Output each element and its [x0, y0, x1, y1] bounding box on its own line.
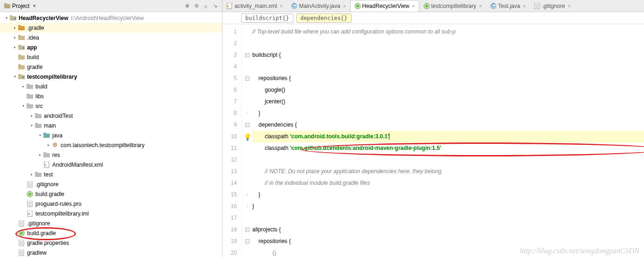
fold-icon[interactable]: −	[245, 123, 249, 127]
tree-item[interactable]: ▸build	[0, 81, 222, 91]
tree-item[interactable]: .gitignore	[0, 179, 222, 189]
expand-arrow[interactable]: ▸	[12, 45, 18, 50]
tree-item[interactable]: gradle	[0, 62, 222, 72]
expand-arrow[interactable]	[12, 240, 18, 246]
expand-arrow[interactable]: ▸	[21, 84, 26, 89]
expand-arrow[interactable]	[12, 64, 18, 70]
tree-item[interactable]: ▸com.laisontech.testcompiltelibrary	[0, 140, 222, 150]
expand-arrow[interactable]	[21, 211, 26, 216]
editor-tab[interactable]: CMainActivity.java×	[287, 0, 350, 12]
tree-item[interactable]: build.gradle	[0, 228, 222, 238]
tree-item[interactable]: AndroidManifest.xml	[0, 160, 222, 169]
code-line[interactable]: buildscript {	[252, 49, 644, 61]
code-line[interactable]: classpath 'com.github.dcendents:android-…	[252, 142, 644, 154]
tree-item[interactable]: ▸app	[0, 42, 222, 52]
expand-arrow[interactable]	[12, 221, 18, 226]
editor-tab[interactable]: activity_main.xml×	[222, 0, 287, 12]
tree-item[interactable]: build	[0, 52, 222, 62]
code-line[interactable]: }	[252, 108, 644, 119]
code-line[interactable]: // in the individual module build.gradle…	[252, 177, 644, 189]
expand-arrow[interactable]: ▾	[21, 103, 26, 109]
expand-arrow[interactable]	[12, 250, 18, 256]
expand-arrow[interactable]: ▸	[29, 113, 35, 119]
dropdown-icon[interactable]: ▼	[32, 4, 36, 8]
project-tree[interactable]: ▾HeadRecyclerViewI:\Android\HeadRecycler…	[0, 12, 222, 257]
tree-item[interactable]: ▸androidTest	[0, 111, 222, 121]
close-icon[interactable]: ×	[479, 4, 482, 9]
editor-tab[interactable]: HeadRecyclerView×	[350, 0, 419, 12]
gear-icon[interactable]: ☼	[202, 3, 209, 9]
tree-item[interactable]: build.gradle	[0, 189, 222, 199]
fold-icon[interactable]: −	[245, 76, 249, 81]
code-line[interactable]: classpath 'com.android.tools.build:gradl…	[252, 131, 644, 142]
code-line[interactable]: google()	[252, 84, 644, 96]
tree-item[interactable]: .gitignore	[0, 218, 222, 228]
expand-arrow[interactable]	[12, 54, 18, 60]
code-line[interactable]: dependencies {	[252, 119, 644, 131]
code-line[interactable]: // NOTE: Do not place your application d…	[252, 166, 644, 177]
code-line[interactable]	[252, 61, 644, 73]
expand-arrow[interactable]	[21, 182, 26, 187]
expand-arrow[interactable]: ▸	[37, 152, 43, 158]
expand-arrow[interactable]	[21, 94, 26, 99]
expand-arrow[interactable]: ▾	[12, 74, 18, 80]
tree-item[interactable]: ▸res	[0, 150, 222, 160]
code-line[interactable]: }	[252, 201, 644, 212]
locate-icon[interactable]: ⊖	[193, 3, 200, 9]
fold-icon[interactable]: −	[245, 53, 249, 57]
expand-arrow[interactable]: ▸	[12, 25, 18, 31]
editor-tab[interactable]: CTest.java×	[486, 0, 530, 12]
collapse-icon[interactable]: ⊕	[184, 3, 190, 9]
folder-gray-icon	[26, 83, 34, 90]
code-line[interactable]	[252, 38, 644, 49]
code-line[interactable]: }	[252, 189, 644, 201]
expand-arrow[interactable]: ▾	[37, 133, 43, 138]
expand-arrow[interactable]	[21, 201, 26, 207]
expand-arrow[interactable]	[21, 191, 26, 197]
tree-item[interactable]: ▸.gradle	[0, 23, 222, 33]
close-icon[interactable]: ×	[568, 4, 571, 9]
code[interactable]: // Top-level build file where you can ad…	[252, 24, 644, 257]
tree-item[interactable]: ▾src	[0, 101, 222, 111]
expand-arrow[interactable]: ▸	[12, 35, 18, 41]
hide-icon[interactable]: ↘	[212, 3, 218, 9]
expand-arrow[interactable]: ▸	[46, 142, 51, 148]
expand-arrow[interactable]	[12, 230, 18, 236]
tree-item[interactable]: proguard-rules.pro	[0, 199, 222, 209]
tree-item[interactable]: gradlew	[0, 248, 222, 257]
code-line[interactable]: jcenter()	[252, 96, 644, 108]
close-icon[interactable]: ×	[280, 4, 283, 9]
tree-item[interactable]: ▸.idea	[0, 33, 222, 42]
fold-icon[interactable]: −	[245, 228, 249, 232]
line-number: 9	[222, 119, 242, 131]
close-icon[interactable]: ×	[343, 4, 346, 9]
expand-arrow[interactable]: ▸	[29, 172, 35, 177]
tree-item[interactable]: ▾main	[0, 121, 222, 130]
tree-item[interactable]: gradle.properties	[0, 238, 222, 248]
code-line[interactable]	[252, 154, 644, 166]
code-line[interactable]: repositories {	[252, 236, 644, 247]
panel-title[interactable]: Project	[12, 3, 29, 9]
breadcrumb-item[interactable]: dependencies{}	[296, 14, 352, 23]
close-icon[interactable]: ×	[412, 4, 415, 9]
expand-arrow[interactable]: ▾	[4, 15, 9, 21]
tree-item[interactable]: ▾testcompiltelibrary	[0, 72, 222, 81]
code-line[interactable]: // Top-level build file where you can ad…	[252, 26, 644, 38]
breadcrumb-item[interactable]: buildscript{}	[241, 14, 293, 23]
close-icon[interactable]: ×	[523, 4, 526, 9]
editor-tab[interactable]: .gitignore×	[530, 0, 575, 12]
tree-item[interactable]: libs	[0, 91, 222, 101]
expand-arrow[interactable]	[37, 162, 43, 168]
bulb-icon[interactable]: 💡	[243, 133, 251, 141]
code-line[interactable]: repositories {	[252, 73, 644, 84]
tree-item[interactable]: ▾HeadRecyclerViewI:\Android\HeadRecycler…	[0, 13, 222, 23]
tree-item[interactable]: testcompiltelibrary.iml	[0, 209, 222, 218]
editor-tab[interactable]: testcompiltelibrary×	[419, 0, 486, 12]
folder-icon	[18, 54, 25, 61]
expand-arrow[interactable]: ▾	[29, 123, 35, 128]
code-line[interactable]	[252, 212, 644, 224]
tree-item[interactable]: ▾java	[0, 130, 222, 140]
fold-icon[interactable]: −	[245, 239, 249, 243]
tree-item[interactable]: ▸test	[0, 169, 222, 179]
code-line[interactable]: allprojects {	[252, 224, 644, 236]
